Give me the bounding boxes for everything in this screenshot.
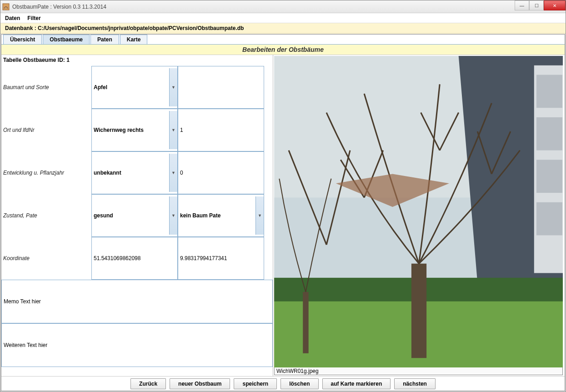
svg-rect-11 <box>411 264 426 358</box>
memo-textarea[interactable]: Memo Text hier <box>1 280 273 323</box>
tab-obstbaeume[interactable]: Obstbaeume <box>43 35 90 44</box>
weiteren-textarea[interactable]: Weiteren Text hier <box>1 323 273 367</box>
label-ort: Ort und lfdNr <box>1 109 91 151</box>
chevron-down-icon: ▼ <box>169 196 177 235</box>
label-baumart: Baumart und Sorte <box>1 66 91 109</box>
next-button[interactable]: nächsten <box>394 378 436 389</box>
content-area: Tabelle Obstbaeume ID: 1 Baumart und Sor… <box>1 55 565 376</box>
menu-daten[interactable]: Daten <box>5 15 20 21</box>
svg-rect-7 <box>536 160 562 193</box>
svg-rect-6 <box>536 117 562 151</box>
maximize-button[interactable]: ☐ <box>529 0 544 10</box>
baumart-value: Apfel <box>94 84 107 90</box>
chevron-down-icon: ▼ <box>169 68 177 106</box>
label-koordinate: Koordinate <box>1 237 91 280</box>
svg-rect-12 <box>303 292 308 353</box>
chevron-down-icon: ▼ <box>169 111 177 149</box>
tab-bar: Übersicht Obstbaeume Paten Karte <box>1 35 565 45</box>
svg-rect-8 <box>536 202 562 236</box>
label-zustand: Zustand, Pate <box>1 194 91 237</box>
menu-filter[interactable]: Filter <box>27 15 40 21</box>
window-title: ObstbaumPate : Version 0.3 11.3.2014 <box>12 4 106 10</box>
button-bar: Zurück neuer Obstbaum speichern löschen … <box>1 376 565 391</box>
zustand-combo[interactable]: gesund ▼ <box>91 194 178 237</box>
tab-uebersicht[interactable]: Übersicht <box>3 35 42 44</box>
mark-on-map-button[interactable]: auf Karte markieren <box>322 378 391 389</box>
main-panel: Übersicht Obstbaeume Paten Karte Bearbei… <box>1 34 565 391</box>
minimize-button[interactable]: — <box>515 0 529 10</box>
database-path-label: Datenbank : C:/Users/nagel/Documents/jnp… <box>0 23 566 34</box>
ort-value: Wichernweg rechts <box>94 127 144 133</box>
photo-filename-label: WichWR01g.jpeg <box>274 367 563 375</box>
new-tree-button[interactable]: neuer Obstbaum <box>170 378 230 389</box>
entwicklung-combo[interactable]: unbekannt ▼ <box>91 151 178 194</box>
baumart-combo[interactable]: Apfel ▼ <box>91 66 178 109</box>
tree-photo <box>274 56 563 367</box>
close-button[interactable]: ✕ <box>544 0 566 10</box>
titlebar: ObstbaumPate : Version 0.3 11.3.2014 — ☐… <box>0 0 566 13</box>
edit-title: Bearbeiten der Obstbäume <box>1 45 565 55</box>
baumart-value2[interactable] <box>178 66 264 109</box>
lfdnr-field[interactable]: 1 <box>178 109 264 151</box>
app-icon <box>2 3 10 10</box>
koordinate-lon[interactable]: 9.98317994177341 <box>178 237 264 280</box>
chevron-down-icon: ▼ <box>169 154 177 192</box>
photo-panel: WichWR01g.jpeg <box>273 55 565 376</box>
app-window: ObstbaumPate : Version 0.3 11.3.2014 — ☐… <box>0 0 566 392</box>
table-id-label: Tabelle Obstbaeume ID: 1 <box>1 55 273 66</box>
svg-rect-5 <box>536 75 562 108</box>
zustand-value: gesund <box>94 212 113 219</box>
window-controls: — ☐ ✕ <box>515 0 566 10</box>
delete-button[interactable]: löschen <box>280 378 318 389</box>
save-button[interactable]: speichern <box>234 378 277 389</box>
koordinate-lat[interactable]: 51.5431069862098 <box>91 237 178 280</box>
back-button[interactable]: Zurück <box>130 378 166 389</box>
pate-combo[interactable]: kein Baum Pate ▼ <box>178 194 264 237</box>
tab-karte[interactable]: Karte <box>120 35 148 44</box>
form-panel: Tabelle Obstbaeume ID: 1 Baumart und Sor… <box>1 55 273 376</box>
pflanzjahr-field[interactable]: 0 <box>178 151 264 194</box>
chevron-down-icon: ▼ <box>255 196 264 235</box>
tab-paten[interactable]: Paten <box>90 35 119 44</box>
entwicklung-value: unbekannt <box>94 170 121 176</box>
pate-value: kein Baum Pate <box>180 212 220 219</box>
ort-combo[interactable]: Wichernweg rechts ▼ <box>91 109 178 151</box>
label-entwicklung: Entwicklung u. Pflanzjahr <box>1 151 91 194</box>
form-grid: Baumart und Sorte Apfel ▼ Ort und lfdNr … <box>1 66 273 280</box>
menubar: Daten Filter <box>0 13 566 23</box>
